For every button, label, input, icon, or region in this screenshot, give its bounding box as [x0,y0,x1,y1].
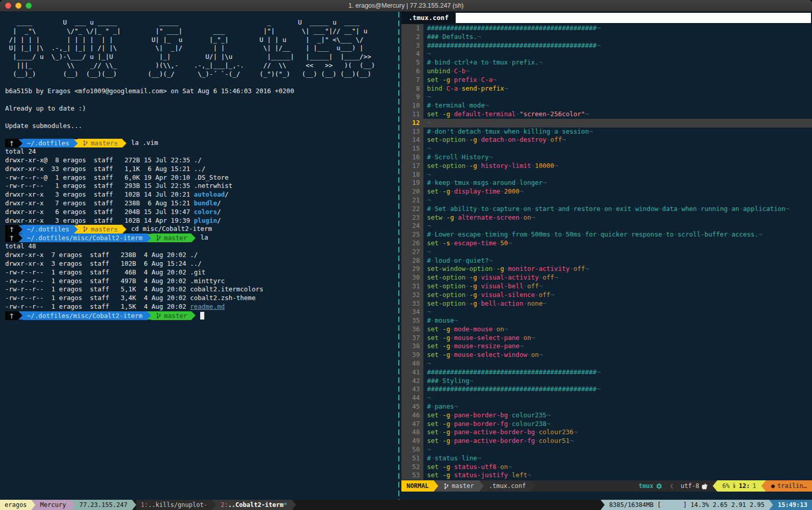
tmux-window-1[interactable]: 1:..kills/gnuplot- [136,500,212,510]
line-number: 20 [401,187,423,196]
vim-line: 20set·-g·display-time·2000¬ [401,187,812,196]
vim-code: set·-s·escape-time·50¬ [423,239,812,248]
syntax-token: 2000 [504,187,520,195]
space-listchar: · [431,316,435,324]
zoom-button[interactable] [26,3,32,9]
command-text: la .vim [126,139,158,147]
eol-listchar: ¬ [508,239,512,247]
vim-code: ########################################… [423,368,812,377]
syntax-token: an [732,205,739,213]
eol-listchar: ¬ [427,144,431,152]
space-listchar: · [481,230,485,238]
vim-statusline: NORMAL master .tmux.conf tmux ❮ utf-8 [401,480,812,492]
eol-listchar: ¬ [585,110,589,118]
space-listchar: · [562,230,566,238]
window-flag: * [284,500,287,510]
syntax-token: # [427,101,431,109]
syntax-token: set [427,351,439,358]
vim-buffer[interactable]: 1#######################################… [401,24,812,480]
syntax-token: off [539,291,550,299]
branch-icon [156,235,161,241]
space-listchar: · [488,58,493,66]
vim-tab-active[interactable]: .tmux.conf [401,12,456,24]
line-number: 35 [401,316,423,325]
space-listchar: · [450,179,454,186]
vim-pane[interactable]: .tmux.conf 1############################… [401,12,812,500]
line-number: 46 [401,411,423,420]
eol-listchar: ¬ [488,257,493,264]
space-listchar: · [497,463,501,471]
vim-tabline: .tmux.conf [401,12,812,24]
syntax-token: Lower [435,230,454,238]
ls-row-meta: drwxr-xr-x@ 8 eragos staff 272B 15 Jul 2… [5,156,194,164]
eol-listchar: ¬ [427,308,431,315]
syntax-token: unbind [427,67,450,75]
ls-row: drwxr-xr-x 7 eragos staff 238B 4 Aug 20:… [5,251,396,260]
syntax-token: quicker [601,230,628,238]
syntax-token: visual-bell [481,282,523,290]
eol-listchar: ¬ [585,265,589,272]
syntax-token: off [543,273,554,281]
clock-segment: 15:49:13 [773,500,812,510]
syntax-token: -g [442,76,450,83]
vim-line: 48set·-g·pane-active-border-bg·colour236… [401,428,812,437]
shell-pane[interactable]: ____ U ___ u _____ _____ _ U _____ u ___… [0,12,396,500]
syntax-token: mouse [435,316,454,324]
prompt-marker: † [10,233,14,242]
window-index: 2: [221,500,228,510]
file-name[interactable]: readme.md [190,303,225,310]
ls-row-meta: -rw-r--r-- 1 eragos staff 46B 4 Aug 20:0… [5,268,190,276]
minimize-button[interactable] [15,3,22,9]
vim-line: 1#######################################… [401,24,812,33]
space-listchar: · [697,205,701,213]
syntax-token: application [743,205,785,213]
titlebar[interactable]: 1. eragos@Mercury | 77.23.155.247 (sh) [0,0,812,12]
vim-line: 33set-option·-g·bell-action·none¬ [401,300,812,308]
space-listchar: · [439,239,443,247]
space-listchar: · [481,128,485,135]
prompt-segment-label: ~/.dotfiles/misc/Cobalt2-iterm [27,311,143,320]
line-number: 3 [401,41,423,50]
eol-listchar: ¬ [554,273,558,281]
space-listchar: · [450,437,454,444]
tmux-window-2-current[interactable]: 2:..Cobalt2-iterm* [216,500,292,510]
separator-arrow-icon [212,500,216,510]
vim-code: #·terminal·mode¬ [423,101,812,110]
eol-listchar: ¬ [543,179,547,186]
terminal-line: Update submodules... [5,122,396,131]
branch-icon [82,140,88,146]
space-listchar: · [450,334,454,342]
separator-arrow-icon [713,480,717,492]
eol-listchar: ¬ [573,428,578,436]
file-name: .git [190,268,205,276]
eol-listchar: ¬ [485,101,489,109]
prompt-segment-label: ~/.dotfiles [27,139,70,147]
vim-line: 11set·-g·default-terminal·"screen-256col… [401,110,812,119]
space-listchar: · [431,205,435,213]
separator-arrow-icon [601,500,605,510]
close-button[interactable] [5,3,11,9]
syntax-token: off [550,136,562,143]
gear-icon [656,483,663,490]
eol-listchar: ¬ [527,471,531,479]
separator-arrow-icon [292,500,296,510]
ls-row-meta: drwxr-xr-x 3 eragos staff 102B 6 Aug 15:… [5,260,190,267]
prompt-segment: ~/.dotfiles/misc/Cobalt2-iterm [23,233,147,242]
prompt-arrow-icon [147,311,151,320]
window-name: ..Cobalt2-iterm [228,500,283,510]
eol-listchar: ¬ [596,385,601,393]
vim-code: set·-g·mode-mouse·on¬ [423,325,812,334]
syntax-token: to [481,205,488,213]
line-number: 8 [401,84,423,93]
eol-listchar: ¬ [596,41,601,49]
syntax-token: -s [442,239,450,247]
syntax-token: prefix [454,76,477,83]
shell-prompt: †~/.dotfilesmaster±la .vim [5,139,396,147]
vim-code: set·-g·mouse-select-window·on¬ [423,351,812,359]
shell-prompt: †~/.dotfiles/misc/Cobalt2-itermmasterla [5,233,396,242]
syntax-token: ########################################… [427,41,596,49]
pane-border[interactable] [396,12,401,500]
terminal-cursor[interactable] [200,312,204,320]
line-number: 21 [401,196,423,205]
vim-code: set·-g·status-utf8·on¬ [423,463,812,472]
